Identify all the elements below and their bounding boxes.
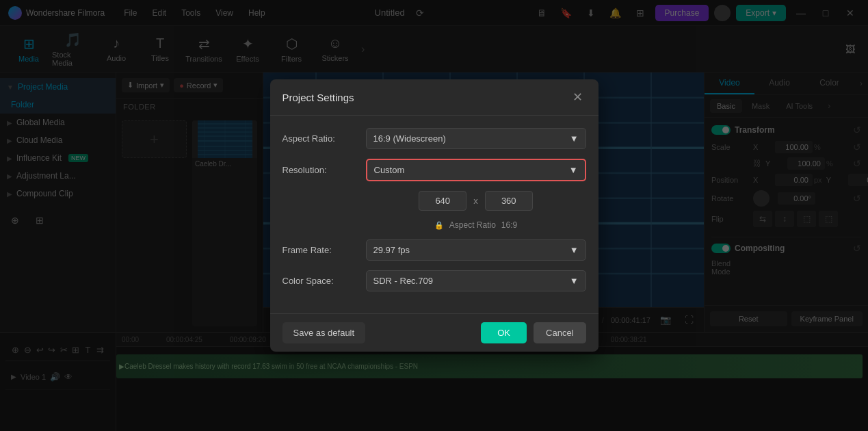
frame-rate-row: Frame Rate: 29.97 fps ▼ (282, 239, 586, 261)
frame-rate-chevron-icon: ▼ (570, 245, 579, 255)
dialog-footer: Save as default OK Cancel (270, 313, 599, 352)
dialog-body: Aspect Ratio: 16:9 (Widescreen) ▼ Resolu… (270, 116, 599, 313)
save-as-default-button[interactable]: Save as default (282, 322, 366, 343)
aspect-ratio-select[interactable]: 16:9 (Widescreen) ▼ (366, 128, 586, 149)
aspect-ratio-row: Aspect Ratio: 16:9 (Widescreen) ▼ (282, 128, 586, 149)
lock-icon: 🔒 (434, 221, 444, 230)
dialog-close-button[interactable]: ✕ (570, 89, 586, 105)
project-settings-dialog: Project Settings ✕ Aspect Ratio: 16:9 (W… (270, 79, 599, 352)
resolution-height-input[interactable] (485, 191, 533, 211)
color-space-label: Color Space: (282, 276, 358, 286)
resolution-row: Resolution: Custom ▼ (282, 159, 586, 181)
dialog-header: Project Settings ✕ (270, 79, 599, 116)
aspect-ratio-indicator-label: Aspect Ratio (449, 220, 496, 230)
resolution-label: Resolution: (282, 165, 358, 175)
frame-rate-label: Frame Rate: (282, 245, 358, 255)
aspect-ratio-label: Aspect Ratio: (282, 133, 358, 144)
color-space-chevron-icon: ▼ (570, 276, 579, 286)
color-space-select[interactable]: SDR - Rec.709 ▼ (366, 270, 586, 291)
aspect-ratio-indicator-row: 🔒 Aspect Ratio 16:9 (282, 220, 586, 230)
resolution-x-separator: x (473, 196, 478, 206)
frame-rate-select[interactable]: 29.97 fps ▼ (366, 239, 586, 261)
dialog-overlay[interactable]: Project Settings ✕ Aspect Ratio: 16:9 (W… (0, 0, 868, 431)
resolution-width-input[interactable] (419, 191, 466, 211)
dialog-title: Project Settings (282, 92, 354, 103)
resolution-select[interactable]: Custom ▼ (366, 159, 586, 181)
color-space-row: Color Space: SDR - Rec.709 ▼ (282, 270, 586, 291)
custom-resolution-row: x (282, 191, 586, 211)
cancel-button[interactable]: Cancel (534, 322, 586, 343)
aspect-ratio-chevron-icon: ▼ (570, 133, 579, 144)
ok-button[interactable]: OK (481, 322, 527, 343)
resolution-chevron-icon: ▼ (569, 165, 578, 175)
aspect-ratio-indicator-value: 16:9 (501, 220, 517, 230)
